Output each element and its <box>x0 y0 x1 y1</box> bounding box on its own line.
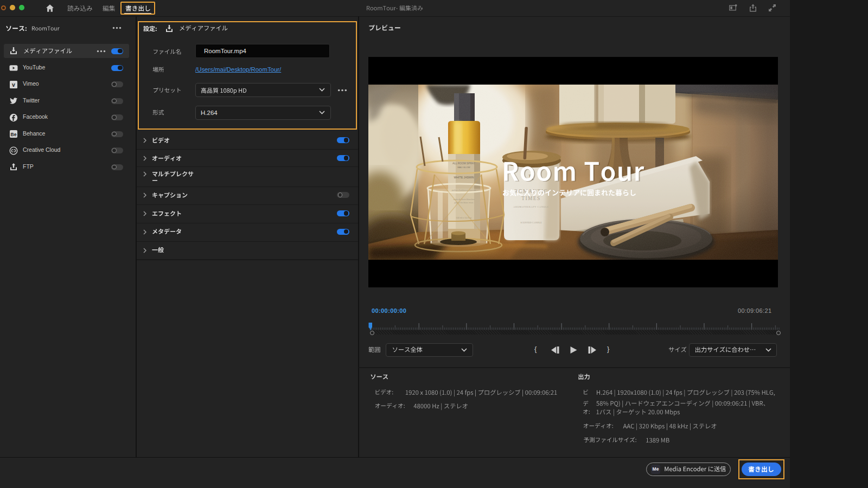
svg-text:v: v <box>12 81 15 88</box>
svg-text:Be: Be <box>11 132 17 137</box>
